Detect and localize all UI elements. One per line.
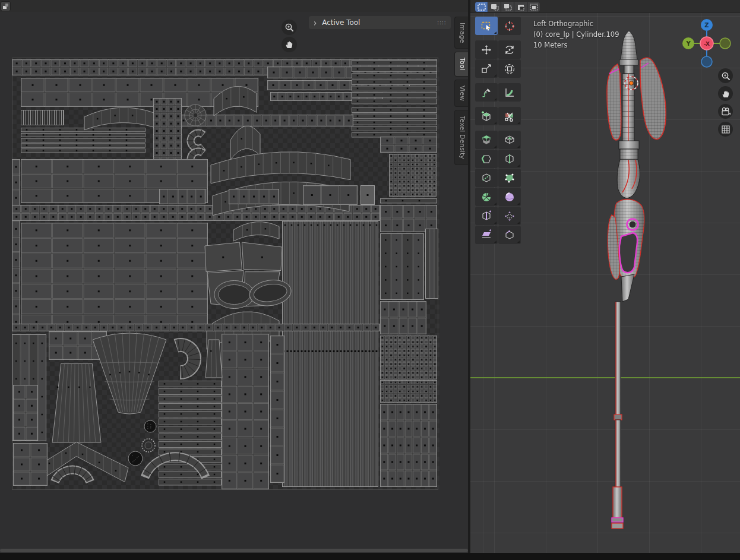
tab-texel-density[interactable]: Texel Density xyxy=(454,110,468,165)
tool-knife-button[interactable] xyxy=(475,169,498,187)
active-tool-panel[interactable]: › Active Tool ∷∷ xyxy=(309,16,451,29)
editor-type-icon[interactable] xyxy=(1,1,11,11)
nav-hand-button[interactable] xyxy=(718,86,733,101)
viewport-toolbar xyxy=(475,17,521,244)
tool-select-box-button[interactable] xyxy=(475,17,498,35)
tool-measure-button[interactable] xyxy=(498,83,521,102)
tool-rotate-button[interactable] xyxy=(498,40,521,59)
viewport-info: Left Orthographic (0) core_lp | Cylinder… xyxy=(533,18,619,50)
gizmo-axis-y-neg[interactable] xyxy=(720,38,730,49)
select-mode-extend-button[interactable] xyxy=(488,2,501,12)
nav-grid-button[interactable] xyxy=(718,122,733,137)
nav-camera-button[interactable] xyxy=(718,104,733,119)
gizmo-z-label: Z xyxy=(704,22,709,29)
view-name-label: Left Orthographic xyxy=(533,18,619,29)
tab-view[interactable]: View xyxy=(454,80,468,107)
navigation-gizmo[interactable]: Z Y -X xyxy=(681,17,733,69)
select-mode-invert-button[interactable] xyxy=(514,2,527,12)
tool-bevel-button[interactable] xyxy=(475,150,498,168)
nav-magnifier-plus-button[interactable] xyxy=(718,68,733,83)
tool-spin-button[interactable] xyxy=(475,188,498,206)
gizmo-x-label: -X xyxy=(704,41,710,47)
tool-scissors-button[interactable] xyxy=(498,107,521,125)
tab-tool[interactable]: Tool xyxy=(454,52,468,76)
select-mode-subtract-button[interactable] xyxy=(501,2,514,12)
uv-zoom-button[interactable] xyxy=(282,20,297,35)
uv-editor-header xyxy=(0,0,468,12)
blender-window: › Active Tool ∷∷ ImageToolViewTexel Dens… xyxy=(0,0,740,560)
uv-pan-button[interactable] xyxy=(282,37,297,52)
uv-editor-tabs: ImageToolViewTexel Density xyxy=(454,17,468,165)
uv-horizontal-scrollbar[interactable] xyxy=(0,549,468,552)
tool-edge-slide-button[interactable] xyxy=(475,207,498,225)
model-3d-core-lp[interactable] xyxy=(589,15,678,538)
tool-scale-button[interactable] xyxy=(475,59,498,78)
status-bar xyxy=(0,553,740,560)
chevron-right-icon: › xyxy=(314,17,317,28)
tab-image[interactable]: Image xyxy=(454,17,468,49)
select-mode-set-button[interactable] xyxy=(475,2,488,12)
tool-cursor-button[interactable] xyxy=(498,17,521,35)
viewport-3d[interactable]: Left Orthographic (0) core_lp | Cylinder… xyxy=(470,0,740,553)
uv-layout-canvas[interactable] xyxy=(0,0,468,553)
grid-scale-label: 10 Meters xyxy=(533,40,619,50)
tool-shear-button[interactable] xyxy=(475,226,498,244)
tool-move-button[interactable] xyxy=(475,40,498,59)
tool-annotate-button[interactable] xyxy=(475,83,498,102)
tool-transform-button[interactable] xyxy=(498,59,521,78)
active-tool-label: Active Tool xyxy=(322,18,360,27)
drag-grip-icon[interactable]: ∷∷ xyxy=(437,20,446,26)
tool-poly-build-button[interactable] xyxy=(498,169,521,187)
gizmo-y-label: Y xyxy=(685,40,691,47)
select-mode-group xyxy=(475,2,540,12)
tool-extrude-button[interactable] xyxy=(475,131,498,149)
tool-rip-region-button[interactable] xyxy=(498,226,521,244)
active-object-label: (0) core_lp | Cylinder.109 xyxy=(533,29,619,40)
tool-loop-cut-button[interactable] xyxy=(498,150,521,168)
tool-add-cube-button[interactable] xyxy=(475,107,498,125)
tool-shrink-fatten-button[interactable] xyxy=(498,207,521,225)
viewport-nav-buttons xyxy=(718,68,733,137)
select-mode-intersect-button[interactable] xyxy=(527,2,540,12)
tool-smooth-button[interactable] xyxy=(498,188,521,206)
tool-inset-button[interactable] xyxy=(498,131,521,149)
uv-image-editor: › Active Tool ∷∷ ImageToolViewTexel Dens… xyxy=(0,0,468,553)
viewport-header xyxy=(470,0,740,13)
gizmo-axis-z-neg[interactable] xyxy=(701,56,712,67)
